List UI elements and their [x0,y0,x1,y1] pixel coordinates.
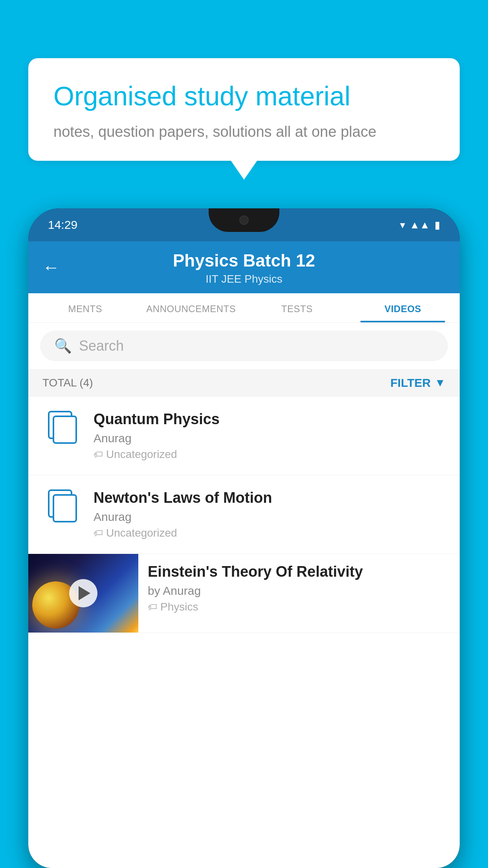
play-icon [79,586,90,600]
tag-icon: 🏷 [94,528,103,539]
app-header: ← Physics Batch 12 IIT JEE Physics [28,241,460,293]
back-arrow-icon[interactable]: ← [42,257,60,277]
tab-announcements[interactable]: ANNOUNCEMENTS [138,293,244,322]
video-tag: 🏷 Uncategorized [94,527,446,539]
filter-bar: TOTAL (4) FILTER ▼ [28,369,460,397]
status-time: 14:29 [48,218,77,232]
total-count: TOTAL (4) [42,377,93,389]
status-bar: 14:29 ▾ ▲▲ ▮ [28,208,460,241]
video-info: Quantum Physics Anurag 🏷 Uncategorized [94,411,446,461]
camera [239,215,249,225]
battery-icon: ▮ [435,219,440,231]
video-author: by Anurag [148,584,450,598]
file-icon-area [42,489,82,521]
phone-screen: ← Physics Batch 12 IIT JEE Physics MENTS… [28,241,460,868]
app-title: Physics Batch 12 [44,251,444,270]
tab-videos[interactable]: VIDEOS [350,293,456,322]
tag-label: Uncategorized [106,448,177,461]
video-thumbnail [28,554,138,633]
subtext: notes, question papers, solutions all at… [53,123,435,140]
video-title: Quantum Physics [94,411,446,428]
video-author: Anurag [94,510,446,524]
play-button[interactable] [69,579,97,607]
video-tag: 🏷 Uncategorized [94,448,446,461]
tab-bar: MENTS ANNOUNCEMENTS TESTS VIDEOS [28,293,460,323]
speech-bubble: Organised study material notes, question… [28,58,460,161]
status-icons: ▾ ▲▲ ▮ [400,219,440,231]
filter-label: FILTER [391,376,431,390]
list-item[interactable]: Einstein's Theory Of Relativity by Anura… [28,554,460,633]
file-icon [48,411,76,442]
wifi-icon: ▾ [400,219,405,231]
filter-button[interactable]: FILTER ▼ [391,376,446,390]
video-info: Newton's Laws of Motion Anurag 🏷 Uncateg… [94,489,446,539]
speech-bubble-wrapper: Organised study material notes, question… [28,58,460,161]
tag-icon: 🏷 [148,601,157,612]
video-title: Einstein's Theory Of Relativity [148,563,450,580]
tab-ments[interactable]: MENTS [32,293,138,322]
tag-label: Uncategorized [106,527,177,539]
phone-frame: 14:29 ▾ ▲▲ ▮ ← Physics Batch 12 IIT JEE … [28,208,460,868]
notch [209,208,279,232]
search-icon: 🔍 [54,338,72,354]
video-tag: 🏷 Physics [148,601,450,613]
file-icon-front [53,494,77,522]
file-icon-front [53,416,77,444]
list-item[interactable]: Newton's Laws of Motion Anurag 🏷 Uncateg… [28,475,460,554]
search-bar[interactable]: 🔍 Search [40,331,448,361]
tag-icon: 🏷 [94,449,103,460]
video-title: Newton's Laws of Motion [94,489,446,506]
search-section: 🔍 Search [28,323,460,369]
tab-tests[interactable]: TESTS [244,293,350,322]
app-subtitle: IIT JEE Physics [44,273,444,285]
video-list: Quantum Physics Anurag 🏷 Uncategorized [28,397,460,633]
filter-icon: ▼ [435,377,446,389]
signal-icon: ▲▲ [410,219,430,231]
video-author: Anurag [94,432,446,445]
file-icon [48,489,76,521]
search-placeholder: Search [79,338,124,354]
headline: Organised study material [53,80,435,112]
file-icon-area [42,411,82,442]
tag-label: Physics [160,601,198,613]
video-info: Einstein's Theory Of Relativity by Anura… [138,554,460,623]
list-item[interactable]: Quantum Physics Anurag 🏷 Uncategorized [28,397,460,475]
